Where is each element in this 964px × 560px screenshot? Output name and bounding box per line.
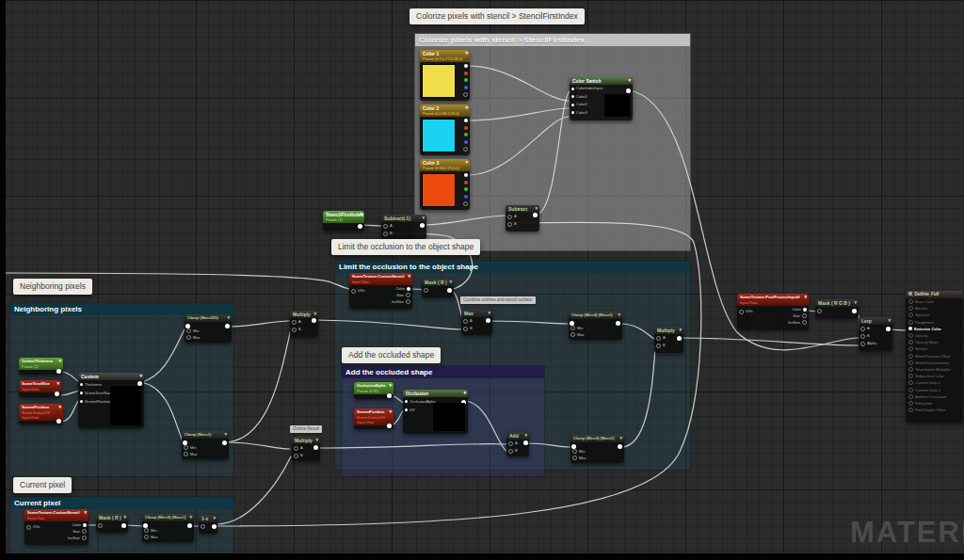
input-pin-uvs[interactable]: UVs <box>349 287 367 295</box>
node-clamp-01-current[interactable]: Clamp (Min=0) (Max=1) ▾ Min Max <box>142 514 194 542</box>
output-pin-invsize[interactable]: InvSize <box>56 535 88 541</box>
output-pin[interactable] <box>358 224 362 229</box>
caret-icon[interactable]: ▾ <box>227 314 230 320</box>
output-pin[interactable] <box>387 393 392 398</box>
node-scene-texture-postprocess[interactable]: SceneTexture:PostProcessInput0 ▾ Input D… <box>737 294 809 329</box>
node-multiply-right[interactable]: Multiply ▾ A B <box>654 327 683 353</box>
caret-icon[interactable]: ▾ <box>488 310 490 315</box>
output-pin-color[interactable]: Color <box>380 285 412 292</box>
input-pin-alpha[interactable]: Alpha <box>859 340 892 347</box>
input-pin-b[interactable]: B <box>381 230 426 237</box>
output-material-pin[interactable]: Custom Data 0 <box>906 379 963 386</box>
node-max[interactable]: Max ▾ A B <box>461 310 492 335</box>
caret-icon[interactable]: ▾ <box>360 211 362 216</box>
caret-icon[interactable]: ▾ <box>422 215 425 220</box>
caret-icon[interactable]: ▾ <box>618 312 620 317</box>
output-pin[interactable] <box>312 318 316 323</box>
node-occlusion-alpha[interactable]: OcclusionAlpha ▾ Param (0.35) <box>354 382 394 399</box>
node-clamp-01-top[interactable]: Clamp (Min=0) (Max=1) ▾ Min Max <box>569 312 622 340</box>
caret-icon[interactable]: ▾ <box>465 50 468 56</box>
caret-icon[interactable]: ▾ <box>535 205 538 211</box>
input-pin-uvs[interactable]: UVs <box>24 523 42 531</box>
output-pin[interactable] <box>626 88 631 93</box>
output-pin[interactable] <box>464 119 468 122</box>
node-mask-rgb[interactable]: Mask ( R G B ) ▾ <box>815 299 859 318</box>
caret-icon[interactable]: ▾ <box>313 311 316 316</box>
caret-icon[interactable]: ▾ <box>315 437 318 442</box>
bubble-combine-comment[interactable]: Combine outlines and stencil surface <box>460 296 536 304</box>
output-pin[interactable] <box>852 309 857 313</box>
material-graph-canvas[interactable]: { "watermark": "MATERIA", "icons": { "ca… <box>0 0 964 560</box>
node-scene-texel-size[interactable]: SceneTexelSize ▾ Input Data <box>19 380 61 397</box>
output-pin-a[interactable] <box>463 92 468 97</box>
output-pin[interactable] <box>387 424 392 428</box>
node-multiply-neighbor[interactable]: Multiply ▾ A B <box>290 311 318 337</box>
output-material-pin[interactable]: Tessellation Multiplier <box>906 366 963 373</box>
input-pin-min[interactable]: Min <box>185 328 232 334</box>
node-screen-position-2[interactable]: ScreenPosition ▾ SceneTextureUV Input Da… <box>354 408 394 429</box>
caret-icon[interactable]: ▾ <box>679 327 682 332</box>
output-material-pin[interactable]: World Position Offset <box>906 353 963 360</box>
material-output-node[interactable]: M_Outline_Full Base ColorMetallicSpecula… <box>906 291 963 423</box>
node-subtract[interactable]: Subtract ▾ A B <box>506 205 539 232</box>
caret-icon[interactable]: ▾ <box>58 404 61 409</box>
input-pin-b[interactable]: B <box>461 325 492 332</box>
output-pin[interactable] <box>225 324 230 328</box>
output-pin[interactable] <box>486 318 490 323</box>
output-pin-r[interactable] <box>464 181 468 184</box>
input-pin-max[interactable]: Max <box>185 334 232 341</box>
color-swatch[interactable] <box>422 64 456 98</box>
input-pin-b[interactable]: B <box>859 332 892 340</box>
output-pin-invsize[interactable]: InvSize <box>775 319 809 326</box>
input-pin-b[interactable]: B <box>654 342 683 349</box>
output-pin[interactable] <box>56 419 61 424</box>
output-pin[interactable] <box>222 440 227 445</box>
caret-icon[interactable]: ▾ <box>58 358 61 363</box>
node-color-switch[interactable]: Color Switch ▾ ColorIndexInput Color1 Co… <box>570 77 633 120</box>
input-pin-max[interactable]: Max <box>569 331 622 338</box>
output-material-pin[interactable]: Refraction <box>906 400 963 407</box>
output-material-pin[interactable]: Opacity <box>906 332 963 339</box>
output-material-pin[interactable]: Metallic <box>906 305 963 312</box>
caret-icon[interactable]: ▾ <box>389 408 392 414</box>
node-scene-texture-custom-stencil-1[interactable]: SceneTexture:CustomStencil ▾ Input Data … <box>349 273 412 309</box>
caret-icon[interactable]: ▾ <box>465 159 468 165</box>
input-pin-uvs[interactable]: UVs <box>737 308 755 315</box>
output-pin[interactable] <box>187 523 192 528</box>
output-pin[interactable] <box>56 369 61 374</box>
output-material-pin[interactable]: Subsurface Color <box>906 373 963 379</box>
color-swatch[interactable] <box>422 173 456 207</box>
caret-icon[interactable]: ▾ <box>854 299 857 305</box>
output-pin-a[interactable] <box>463 201 468 206</box>
caret-icon[interactable]: ▾ <box>619 435 622 440</box>
output-pin[interactable] <box>313 445 318 450</box>
output-pin-invsize[interactable]: InvSize <box>380 298 412 305</box>
caret-icon[interactable]: ▾ <box>213 515 216 520</box>
output-pin[interactable] <box>886 327 891 331</box>
input-pin[interactable] <box>185 324 190 328</box>
color-swatch[interactable] <box>422 119 456 152</box>
output-material-pin[interactable]: Opacity Mask <box>906 339 963 345</box>
output-pin[interactable] <box>533 213 538 217</box>
output-pin[interactable] <box>677 336 682 341</box>
output-pin[interactable] <box>121 523 126 528</box>
input-pin[interactable] <box>571 444 576 449</box>
node-subtract-minus1[interactable]: Subtract(-1) ▾ A B <box>381 215 426 239</box>
node-clamp-max1[interactable]: Clamp (Max=1) ▾ Min Max <box>182 431 229 459</box>
output-pin-b[interactable] <box>464 195 468 199</box>
input-pin-b[interactable]: B <box>290 326 318 333</box>
node-color-3[interactable]: Color 3 ▾ Param (0.94,0.25,0,0) <box>420 159 470 210</box>
caret-icon[interactable]: ▾ <box>463 390 466 395</box>
caret-icon[interactable]: ▾ <box>449 279 452 284</box>
comment-add-occluded-header[interactable]: Add the occluded shape <box>342 366 544 378</box>
output-pin[interactable] <box>464 173 468 177</box>
node-clamp-01-bottom[interactable]: Clamp (Min=0) (Max=1) ▾ Min Max <box>570 435 624 463</box>
output-pin[interactable] <box>55 392 59 396</box>
output-pin-g[interactable] <box>464 187 468 191</box>
output-pin-color[interactable]: Color <box>56 521 88 528</box>
input-pin[interactable] <box>183 440 187 445</box>
node-outline-thickness[interactable]: OutlineThickness ▾ Param (2) <box>19 358 63 375</box>
node-mask-r-1[interactable]: Mask ( R ) ▾ <box>422 279 454 297</box>
node-lerp[interactable]: Lerp ▾ A B Alpha <box>859 317 892 351</box>
output-pin-g[interactable] <box>464 133 468 136</box>
